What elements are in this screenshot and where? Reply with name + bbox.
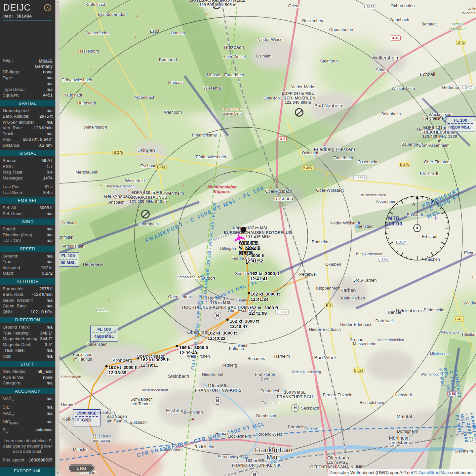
map-town-label: Burg-Gräfenrode <box>356 252 383 256</box>
sidebar-scrollbar[interactable]: ▲ ▼ <box>55 0 60 476</box>
scroll-up-icon[interactable]: ▲ <box>56 0 60 5</box>
map-town-label: Rödelheim <box>194 445 214 449</box>
data-row-value: -128 ft/min <box>32 125 53 131</box>
airport-info-label: EDFA 330 m MSL ANSPACH/TAUNUS 121.030 MH… <box>129 191 167 204</box>
map-town-label: Hegewiese <box>83 262 103 267</box>
map[interactable]: 0 KröffelbachBrandoberndorfWeiperfeldenH… <box>60 0 476 476</box>
aircraft-data-sections: SPATIALGroundspeed:n/aBaro. Altitude:297… <box>0 100 55 435</box>
map-town-label: Okarben <box>325 262 341 267</box>
map-town-label: Bad Vilbel <box>314 355 336 360</box>
data-row-value: n/a <box>47 131 53 137</box>
map-town-label: Bodenrod <box>159 58 177 62</box>
data-row-label: Sel. Head.: <box>3 211 24 217</box>
map-town-label: Anspach <box>108 200 125 205</box>
airport-info-label: 115 m MSL OFFENBACH SANA-KLINIK <box>310 460 364 469</box>
info-row: Type Desc.:n/a <box>0 87 55 93</box>
data-row: Direction (from):n/a <box>0 232 55 238</box>
airspace-altitude-box: FL 1004500 MSL <box>90 326 118 342</box>
map-town-label: Friedberg (Hessen) <box>314 147 355 152</box>
data-row-label: Indicated: <box>3 265 21 271</box>
data-row: NACV:n/a <box>0 410 55 418</box>
map-town-label: Sulzbach <box>130 420 146 425</box>
data-row-value: unknown <box>35 427 53 435</box>
map-town-label: Büdesheim <box>424 308 445 312</box>
map-town-label: Reichelsheim <box>423 116 448 121</box>
map-town-label: Bad Soden am Taunus <box>106 414 127 423</box>
map-town-label: Riedberg <box>220 363 237 368</box>
pos-epoch-value: 1680698535 <box>29 457 53 463</box>
data-row-value: 1474 <box>43 175 53 181</box>
map-town-label: Bonames <box>248 356 265 361</box>
map-town-label: Rosbach <box>274 196 293 201</box>
data-row-label: QNH: <box>3 309 14 315</box>
road-label: L 3136 <box>363 4 376 9</box>
map-town-label: Assenheim <box>376 199 396 204</box>
map-town-label: Mühlheim am Main <box>389 436 410 445</box>
map-town-label: Berstadt <box>421 22 437 26</box>
section-header-spatial: SPATIAL <box>0 100 55 106</box>
data-row: Indicated:167 kt <box>0 265 55 271</box>
map-town-label: Ossenheim <box>357 160 378 164</box>
map-attribution: Deutscher Wetterdienst (DWD) openAIP.net… <box>328 469 475 476</box>
map-town-label: Dornholzhausen <box>177 275 203 279</box>
aircraft-details-panel: DEIJC Hex: 3D1AB4 × Reg.:D-EIJCGermanyDB… <box>0 0 60 476</box>
map-town-label: Nordend West <box>256 432 282 437</box>
data-row: NACP:n/a <box>0 396 55 404</box>
data-row: Nav. Modes:alt_hold <box>0 369 55 375</box>
data-row: Magnetic Heading:344.7° <box>0 336 55 342</box>
map-town-label: Bergen-Enkheim <box>323 393 353 397</box>
data-row-label: WGS84 altitude: <box>3 119 34 125</box>
airport-info-label: 160 m MSL FRANKFURT BGU <box>277 390 313 399</box>
map-town-label: Liederbach am Taunus <box>93 433 111 443</box>
map-town-label: Rendel <box>388 310 401 315</box>
data-row-value: 2975 ft <box>39 286 53 292</box>
trail-point-label: 162 kt 3000 ft 12:38:39 <box>108 365 138 375</box>
data-row-value: n/a <box>47 226 53 232</box>
data-row: True Heading:348.1° <box>0 330 55 336</box>
data-row-label: Msg. Rate: <box>3 169 23 175</box>
obstacle-icon: ▲ <box>212 179 215 183</box>
export-kml-button[interactable]: EXPORT KML <box>0 467 55 476</box>
close-icon[interactable]: × <box>44 4 51 11</box>
info-row-label: Squawk: <box>3 92 19 98</box>
data-row-label: True: <box>3 259 13 265</box>
data-row-value: n/a <box>47 303 53 309</box>
map-town-label: Altkönig <box>95 308 109 312</box>
trail-point-label: 162 kt 3000 ft 12:40:22 <box>208 331 237 341</box>
road-label: B 275 <box>399 162 410 167</box>
data-row-value: n/a <box>47 380 53 386</box>
helipad-icon: H <box>251 471 258 476</box>
data-row: Category:n/a <box>0 380 55 386</box>
map-town-label: Königstein im Taunus <box>73 352 92 362</box>
info-row-value[interactable]: D-EIJC <box>39 58 53 63</box>
data-row-value: n/a <box>47 347 53 353</box>
data-row: Speed:n/a <box>0 226 55 232</box>
data-row-label: Ground: <box>3 253 18 259</box>
map-town-label: Maibach <box>168 80 183 85</box>
data-row-label: Nav. Modes: <box>3 369 26 375</box>
map-town-label: Münster <box>73 447 88 452</box>
map-town-label: Westerfeld <box>125 178 145 183</box>
map-town-label: Obernhain <box>139 222 158 226</box>
data-row: Distance:0.2 nmi <box>0 142 55 148</box>
map-town-label: Schneidhain <box>61 375 81 379</box>
map-town-label: Hausen <box>171 31 185 35</box>
data-row: Geom. Rate:n/a <box>0 303 55 309</box>
map-town-label: Dorfweil <box>61 221 76 225</box>
data-row-value: n/a <box>47 108 53 114</box>
openstreetmap-link[interactable]: OpenStreetMap <box>418 470 449 475</box>
data-row-label: Barometric: <box>3 286 24 292</box>
info-row: DB flags:none <box>0 69 55 75</box>
data-row: Roll:n/a <box>0 353 55 359</box>
hex-label: Hex: <box>3 14 14 19</box>
road-label: L 3351 <box>353 176 367 180</box>
map-town-label: Hausen-Arnsbach <box>105 184 135 188</box>
scroll-down-icon[interactable]: ▼ <box>56 471 60 476</box>
map-town-label: Ockstadt <box>302 151 318 155</box>
map-town-label: Södel <box>376 68 386 72</box>
data-row: Last Seen:3.4 s <box>0 190 55 196</box>
data-row-label: Track Rate: <box>3 347 25 353</box>
map-town-label: Nieder-Erlenbach <box>340 322 372 327</box>
map-town-label: Harheim <box>274 354 290 359</box>
pos-epoch-label: Pos. epoch: <box>3 457 25 463</box>
